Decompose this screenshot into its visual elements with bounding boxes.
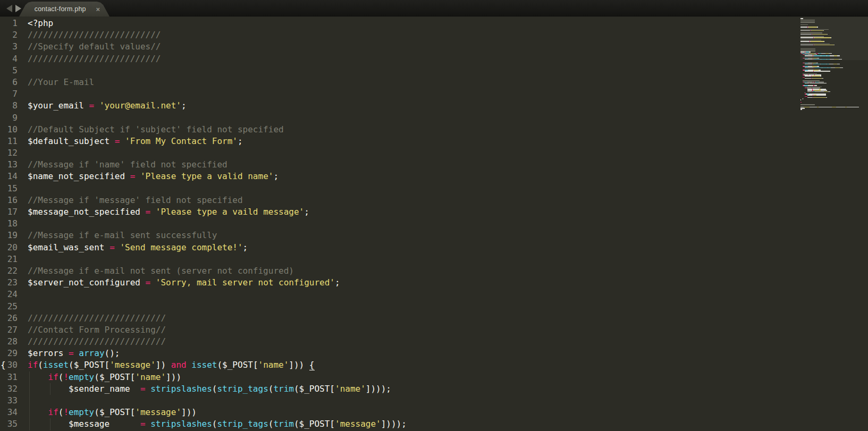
indent-guide — [29, 407, 30, 418]
back-arrow-icon[interactable] — [6, 5, 12, 12]
tab-bar: contact-form.php × — [0, 0, 868, 16]
code-line[interactable]: 22//Message if e-mail not sent (server n… — [0, 265, 868, 277]
code-token: //Message if 'message' field not specifi… — [28, 195, 243, 205]
line-number[interactable]: 16 — [0, 195, 18, 206]
line-number[interactable]: 23 — [0, 277, 18, 289]
code-line[interactable]: 29$errors = array(); — [0, 348, 868, 359]
line-number[interactable]: 14 — [0, 171, 18, 182]
line-number[interactable]: 3 — [0, 41, 18, 53]
code-line[interactable]: 31 if(!empty($_POST['name'])) — [0, 371, 868, 383]
code-line[interactable]: 2////////////////////////// — [0, 29, 868, 41]
line-number[interactable]: 13 — [0, 159, 18, 171]
code-line[interactable]: 8$your_email = 'your@email.net'; — [0, 100, 868, 112]
line-number[interactable]: 24 — [0, 289, 18, 300]
code-line-content: ////////////////////////// — [28, 29, 161, 41]
code-line[interactable]: 1<?php — [0, 18, 868, 29]
code-line[interactable]: 32 $sender_name = stripslashes(strip_tag… — [0, 383, 868, 395]
code-area[interactable]: 1<?php2//////////////////////////3//Spec… — [0, 18, 868, 431]
line-number[interactable]: 25 — [0, 301, 18, 312]
line-number[interactable]: 29 — [0, 348, 18, 359]
editor-area[interactable]: 1<?php2//////////////////////////3//Spec… — [0, 16, 868, 431]
code-token: ($_POST[ — [294, 384, 335, 394]
line-number[interactable]: 12 — [0, 147, 18, 159]
code-token — [135, 171, 140, 181]
line-number[interactable]: 6 — [0, 77, 18, 88]
tab-contact-form-php[interactable]: contact-form.php × — [19, 2, 109, 16]
code-token: = — [140, 384, 146, 394]
code-line[interactable]: 34 if(!empty($_POST['message'])) — [0, 407, 868, 418]
line-number[interactable]: 2 — [0, 29, 18, 41]
code-token: 'message' — [135, 407, 181, 417]
code-line[interactable]: 14$name_not_specified = 'Please type a v… — [0, 171, 868, 182]
code-line[interactable]: 23$server_not_configured = 'Sorry, mail … — [0, 277, 868, 289]
code-line[interactable]: 15 — [0, 183, 868, 195]
code-token: /////////////////////////// — [28, 336, 166, 347]
code-line[interactable]: 21 — [0, 253, 868, 265]
tab-close-icon[interactable]: × — [96, 6, 100, 13]
code-line[interactable]: 28/////////////////////////// — [0, 336, 868, 348]
line-number[interactable]: 35 — [0, 418, 18, 430]
line-number[interactable]: 19 — [0, 230, 18, 241]
line-number[interactable]: 10 — [0, 124, 18, 136]
code-token: 'Please type a valid name' — [140, 171, 273, 181]
code-token: = — [89, 100, 95, 111]
code-token — [120, 136, 125, 146]
code-token — [28, 372, 48, 382]
code-line[interactable]: 24 — [0, 289, 868, 300]
code-token: 'name' — [335, 384, 366, 394]
line-number[interactable]: 11 — [0, 136, 18, 147]
code-line[interactable]: 4////////////////////////// — [0, 53, 868, 65]
minimap[interactable] — [800, 16, 868, 431]
line-number[interactable]: 22 — [0, 265, 18, 277]
code-line[interactable]: {30if(isset($_POST['message']) and isset… — [0, 359, 868, 371]
line-number[interactable]: 26 — [0, 312, 18, 324]
code-token: ($_POST[ — [94, 407, 135, 417]
line-number[interactable]: 9 — [0, 112, 18, 124]
code-line[interactable]: 13//Message if 'name' field not specifie… — [0, 159, 868, 171]
code-line[interactable]: 9 — [0, 112, 868, 124]
line-number[interactable]: 5 — [0, 65, 18, 77]
code-line[interactable]: 25 — [0, 301, 868, 312]
code-token: $errors — [28, 348, 69, 358]
line-number[interactable]: 8 — [0, 100, 18, 112]
line-number[interactable]: 32 — [0, 383, 18, 395]
code-line[interactable]: 10//Default Subject if 'subject' field n… — [0, 124, 868, 136]
line-number[interactable]: 33 — [0, 395, 18, 407]
code-line[interactable]: 20$email_was_sent = 'Send message comple… — [0, 242, 868, 253]
line-number[interactable]: 7 — [0, 88, 18, 100]
code-token: ; — [273, 171, 279, 181]
code-line[interactable]: 19//Message if e-mail sent successfully — [0, 230, 868, 241]
code-line[interactable]: 33 — [0, 395, 868, 407]
forward-arrow-icon[interactable] — [15, 5, 21, 12]
line-number[interactable]: 4 — [0, 53, 18, 65]
code-token: isset — [191, 360, 217, 370]
code-line[interactable]: 27//Contact Form Processing// — [0, 324, 868, 336]
code-line[interactable]: 12 — [0, 147, 868, 159]
code-line[interactable]: 11$default_subject = 'From My Contact Fo… — [0, 136, 868, 147]
code-token: ; — [304, 207, 309, 217]
code-line[interactable]: 6//Your E-mail — [0, 77, 868, 88]
line-number[interactable]: 1 — [0, 18, 18, 29]
code-line-content: //Specify default values// — [28, 41, 161, 53]
line-number[interactable]: 27 — [0, 324, 18, 336]
code-token: ($_POST[ — [94, 372, 135, 382]
line-number[interactable]: 21 — [0, 253, 18, 265]
code-token: = — [130, 171, 136, 181]
code-line[interactable]: 7 — [0, 88, 868, 100]
code-line[interactable]: 18 — [0, 218, 868, 230]
line-number[interactable]: 34 — [0, 407, 18, 418]
line-number[interactable]: 17 — [0, 206, 18, 218]
code-line[interactable]: 26/////////////////////////// — [0, 312, 868, 324]
line-number[interactable]: 15 — [0, 183, 18, 195]
code-line[interactable]: 17$message_not_specified = 'Please type … — [0, 206, 868, 218]
code-line[interactable]: 5 — [0, 65, 868, 77]
line-number[interactable]: 18 — [0, 218, 18, 230]
code-line[interactable]: 35 $message = stripslashes(strip_tags(tr… — [0, 418, 868, 430]
line-number[interactable]: 31 — [0, 371, 18, 383]
nav-arrows — [6, 0, 21, 16]
line-number[interactable]: 28 — [0, 336, 18, 348]
code-token: = — [109, 242, 115, 252]
code-line[interactable]: 16//Message if 'message' field not speci… — [0, 195, 868, 206]
line-number[interactable]: 20 — [0, 242, 18, 253]
code-line[interactable]: 3//Specify default values// — [0, 41, 868, 53]
